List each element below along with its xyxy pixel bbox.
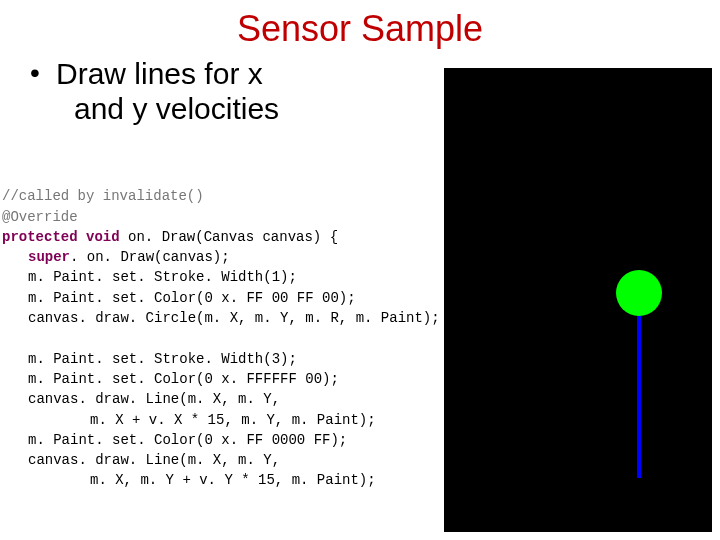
code-annotation: @Override bbox=[2, 209, 78, 225]
sensor-circle bbox=[616, 270, 662, 316]
code-line: m. Paint. set. Stroke. Width(1); bbox=[2, 267, 297, 287]
canvas-preview bbox=[444, 68, 712, 532]
code-line: canvas. draw. Line(m. X, m. Y, bbox=[2, 389, 280, 409]
code-block: //called by invalidate() @Override prote… bbox=[2, 166, 446, 491]
code-line: m. Paint. set. Color(0 x. FF 0000 FF); bbox=[2, 430, 347, 450]
page-title: Sensor Sample bbox=[0, 0, 720, 56]
code-line: m. Paint. set. Color(0 x. FFFFFF 00); bbox=[2, 369, 339, 389]
code-line: canvas. draw. Line(m. X, m. Y, bbox=[2, 450, 280, 470]
code-line: canvas. draw. Circle(m. X, m. Y, m. R, m… bbox=[2, 308, 440, 328]
code-line: m. X, m. Y + v. Y * 15, m. Paint); bbox=[2, 470, 376, 490]
code-line: m. Paint. set. Stroke. Width(3); bbox=[2, 349, 297, 369]
code-comment: //called by invalidate() bbox=[2, 188, 204, 204]
code-line: super. on. Draw(canvas); bbox=[2, 247, 230, 267]
code-line: m. X + v. X * 15, m. Y, m. Paint); bbox=[2, 410, 376, 430]
canvas-svg bbox=[444, 68, 712, 532]
code-line: protected void on. Draw(Canvas canvas) { bbox=[2, 229, 338, 245]
code-line: m. Paint. set. Color(0 x. FF 00 FF 00); bbox=[2, 288, 356, 308]
